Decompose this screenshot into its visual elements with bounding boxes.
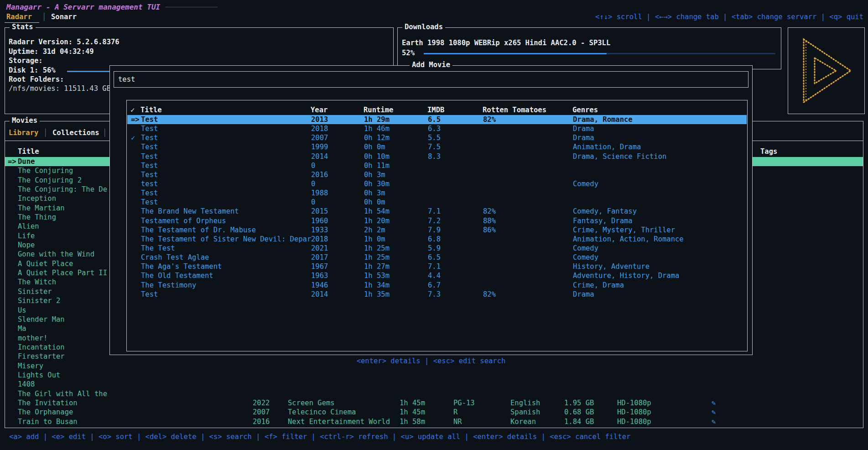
selection-marker: => (131, 115, 140, 124)
movie-title-cell: Misery (18, 361, 43, 371)
cell-runtime: 1h 29m (364, 115, 390, 124)
cell-year: 0 (311, 179, 315, 188)
cell-genres: Drama (573, 124, 594, 133)
add-movie-result-row[interactable]: The Brand New Testament20151h 54m7.182%C… (127, 207, 747, 216)
stats-root-folder: /nfs/movies: 11511.43 GB (9, 84, 111, 93)
movie-list-item[interactable]: The Invitation2022Screen Gems1h 45mPG-13… (5, 398, 863, 408)
tab-collections[interactable]: Collections (52, 129, 99, 137)
downloads-panel-title: Downloads (402, 23, 445, 31)
add-movie-result-row[interactable]: Crash Test Aglae20171h 25m6.5Comedy (127, 253, 747, 262)
movie-title-cell: Life (18, 231, 35, 241)
add-movie-result-row[interactable]: Test20140h 10m8.3Drama, Science Fiction (127, 152, 747, 161)
cell-year: 1988 (311, 188, 328, 198)
stats-version: Radarr Version: 5.2.6.8376 (9, 38, 120, 46)
stats-storage-label: Storage: (9, 57, 43, 65)
add-movie-result-row[interactable]: Test20181h 46m6.3Drama (127, 124, 747, 133)
managarr-logo-icon (800, 36, 853, 105)
cell-genres: Comedy (573, 179, 598, 188)
download-item[interactable]: Earth 1998 1080p WEBRip x265 Hindi AAC2.… (402, 39, 610, 47)
cell-year: 2017 (311, 253, 328, 262)
movie-list-item[interactable]: The Girl with All the (5, 389, 863, 398)
add-movie-result-row[interactable]: The Testimony19461h 34m6.7Crime, Drama (127, 281, 747, 290)
add-movie-result-row[interactable]: =>Test20131h 29m6.582%Drama, Romance (127, 115, 747, 124)
cell-title: Test (141, 142, 158, 152)
cell-runtime: 1h 27m (364, 262, 390, 271)
add-movie-result-row[interactable]: ✓Test20070h 12m5.5Drama (127, 133, 747, 142)
cell-genres: Crime, Drama (573, 281, 624, 290)
cell-runtime: 1h 53m (364, 271, 390, 280)
movie-quality-cell: HD-1080p (617, 398, 651, 408)
movie-studio-cell: Next Entertainment World (288, 417, 390, 426)
cell-imdb: 7.5 (428, 142, 441, 152)
cell-year: 1933 (311, 225, 328, 235)
add-movie-result-row[interactable]: Test00h 11m (127, 161, 747, 170)
add-movie-result-row[interactable]: The Test20211h 25m5.9Comedy (127, 244, 747, 253)
cell-title: Test (141, 124, 158, 133)
add-movie-result-row[interactable]: The Aga's Testament19671h 27m7.1History,… (127, 262, 747, 271)
movie-title-cell: 1408 (18, 380, 35, 389)
movie-title-cell: Sinister 2 (18, 296, 60, 305)
selection-marker: => (8, 157, 16, 166)
cell-year: 2018 (311, 124, 328, 133)
movie-list-item[interactable]: 1408 (5, 380, 863, 389)
movie-title-cell: The Orphanage (18, 408, 73, 417)
movie-title-cell: Alien (18, 222, 39, 231)
cell-rt: 82% (483, 207, 496, 216)
add-movie-result-row[interactable]: Test20160h 3m (127, 170, 747, 179)
movie-title-cell: The Conjuring (18, 166, 73, 175)
add-movie-result-row[interactable]: test00h 30mComedy (127, 179, 747, 188)
add-movie-result-row[interactable]: The Testament of Dr. Mabuse19332h 2m7.98… (127, 225, 747, 235)
cell-runtime: 1h 34m (364, 281, 390, 290)
cell-title: The Aga's Testament (141, 262, 222, 271)
cell-rt: 82% (483, 115, 496, 124)
movie-title-cell: Us (18, 306, 26, 315)
tab-sonarr[interactable]: Sonarr (51, 13, 77, 21)
cell-year: 2014 (311, 290, 328, 299)
download-progress-fill (424, 53, 607, 54)
movie-year-cell: 2007 (253, 408, 270, 417)
movie-title-cell: Lights Out (18, 371, 60, 380)
cell-year: 2014 (311, 152, 328, 161)
stats-uptime: Uptime: 31d 04:32:49 (9, 47, 94, 56)
add-movie-result-row[interactable]: The Testament of Sister New Devil: Depar… (127, 235, 747, 244)
add-movie-result-row[interactable]: Test00h 0m (127, 198, 747, 207)
tab-radarr[interactable]: Radarr (6, 13, 32, 21)
cell-title: Testament of Orpheus (141, 216, 226, 225)
movie-list-item[interactable]: Train to Busan2016Next Entertainment Wor… (5, 417, 863, 426)
tab-library[interactable]: Library (9, 129, 38, 137)
results-header-genres: Genres (572, 106, 598, 114)
add-movie-result-row[interactable]: The Old Testament19631h 53m4.4Adventure,… (127, 271, 747, 280)
add-movie-result-row[interactable]: Testament of Orpheus19601h 20m7.288%Fant… (127, 216, 747, 225)
cell-year: 1960 (311, 216, 328, 225)
cell-title: Test (141, 290, 158, 299)
add-movie-result-row[interactable]: Test19990h 0m7.5Animation, Drama (127, 142, 747, 152)
servarr-tab-separator: │ (42, 13, 46, 21)
cell-genres: Animation, Action, Romance (573, 235, 684, 244)
cell-title: test (141, 179, 158, 188)
movie-list-item[interactable]: Lights Out (5, 371, 863, 380)
movie-title-cell: The Martian (18, 204, 65, 213)
cell-runtime: 1h 25m (364, 244, 390, 253)
movie-list-item[interactable]: The Orphanage2007Telecinco Cinema1h 45mR… (5, 408, 863, 417)
cell-year: 2007 (311, 133, 328, 142)
movie-size-cell: 1.84 GB (564, 417, 594, 426)
movie-title-cell: Slender Man (18, 315, 65, 324)
cell-runtime: 1h 25m (364, 253, 390, 262)
movie-language-cell: Spanish (510, 408, 540, 417)
cell-runtime: 0h 10m (364, 152, 390, 161)
add-movie-help-bar: <enter> details | <esc> edit search (109, 357, 753, 365)
add-movie-modal: Add Movie ✓ Title Year Runtime IMDB Rott… (109, 65, 753, 355)
cell-year: 2018 (311, 235, 328, 244)
add-movie-result-row[interactable]: Test20141h 35m7.382%Drama (127, 290, 747, 299)
movie-title-cell: Sinister (18, 287, 52, 296)
add-movie-table-body: =>Test20131h 29m6.582%Drama, RomanceTest… (127, 115, 747, 299)
downloads-panel: Downloads Earth 1998 1080p WEBRip x265 H… (397, 27, 781, 69)
results-header-year: Year (311, 106, 327, 114)
movie-title-cell: Dune (18, 157, 35, 166)
movie-search-input[interactable] (114, 71, 748, 88)
add-movie-result-row[interactable]: Test19880h 3m (127, 188, 747, 198)
movies-tab-separator: │ (43, 129, 47, 137)
results-header-rt: Rotten Tomatoes (483, 106, 546, 114)
bottom-help-bar: <a> add | <e> edit | <o> sort | <del> de… (9, 433, 630, 441)
movie-runtime-cell: 1h 45m (400, 408, 425, 417)
